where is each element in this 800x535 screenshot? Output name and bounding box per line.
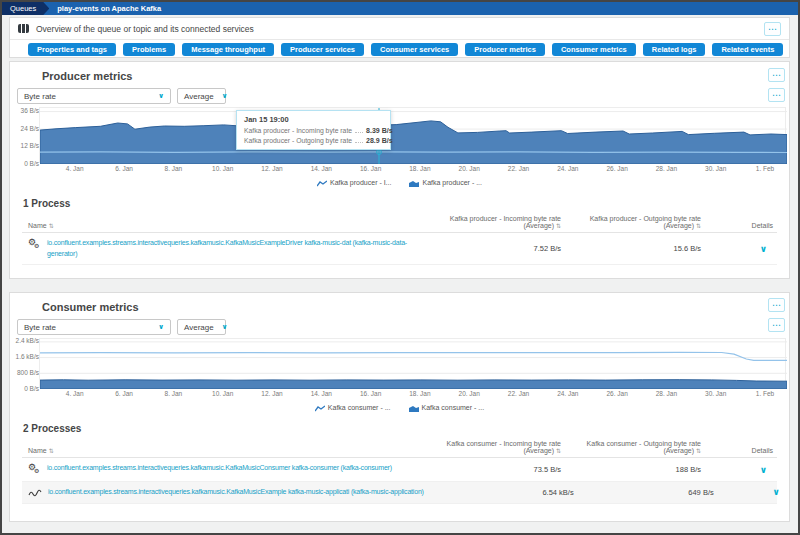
tooltip-series-label: Kafka producer - Outgoing byte rate [244,137,352,144]
area-series-icon [409,180,419,187]
process-row: ⚙⚙io.confluent.examples.streams.interact… [22,458,777,482]
x-axis-label: 26. Jan [606,390,627,397]
column-header-name[interactable]: Name ⇅ [22,222,411,229]
tooltip-timestamp: Jan 15 19:00 [244,115,383,124]
script-logo-icon [28,489,42,497]
producer-aggregation-select[interactable]: Average ∨ [177,88,226,104]
tooltip-series-value: 8.39 B/s [366,127,392,134]
column-header-incoming[interactable]: Kafka producer - Incoming byte rate (Ave… [411,215,561,229]
column-header-outgoing[interactable]: Kafka producer - Outgoing byte rate (Ave… [561,215,701,229]
nav-button-consumer-services[interactable]: Consumer services [371,43,458,56]
sort-icon: ⇅ [49,448,54,454]
producer-metric-select[interactable]: Byte rate ∨ [17,88,171,104]
producer-process-count-heading: 1 Process [23,198,789,209]
x-axis-label: 16. Jan [360,165,381,172]
outgoing-byte-rate-value: 649 B/s [574,488,714,497]
y-axis-label: 0 B/s [13,385,39,392]
consumer-aggregation-select[interactable]: Average ∨ [177,319,226,335]
gears-icon: ⚙⚙ [28,463,41,476]
legend-label: Kafka producer - ... [422,179,482,186]
producer-metrics-title: Producer metrics [10,62,789,82]
breadcrumb: Queues play-events on Apache Kafka [2,2,798,15]
x-axis-label: 24. Jan [557,165,578,172]
legend-item[interactable]: Kafka consumer - ... [315,403,391,412]
x-axis-label: 10. Jan [212,165,233,172]
x-axis-label: 28. Jan [656,390,677,397]
process-link[interactable]: io.confluent.examples.streams.interactiv… [47,238,411,259]
details-expand-chevron-icon[interactable]: ∨ [714,487,790,497]
nav-button-problems[interactable]: Problems [123,43,175,56]
nav-button-producer-metrics[interactable]: Producer metrics [465,43,545,56]
details-expand-chevron-icon[interactable]: ∨ [701,465,777,475]
quick-nav-buttons: Properties and tagsProblemsMessage throu… [10,40,789,56]
consumer-section-menu-button[interactable]: ⋯ [768,298,785,312]
producer-chart-legend: Kafka producer - I... Kafka producer - .… [10,176,789,188]
nav-button-consumer-metrics[interactable]: Consumer metrics [552,43,636,56]
producer-chart[interactable]: Jan 15 19:00 Kafka producer - Incoming b… [10,107,789,175]
y-axis-label: 800 B/s [13,369,39,376]
sort-icon: ⇅ [49,223,54,229]
incoming-byte-rate-value: 6.54 kB/s [424,488,574,497]
process-link[interactable]: io.confluent.examples.streams.interactiv… [47,463,392,474]
producer-section-menu-button[interactable]: ⋯ [768,68,785,82]
legend-label: Kafka consumer - ... [328,404,391,411]
incoming-byte-rate-value: 73.5 B/s [411,465,561,474]
producer-chart-menu-button[interactable]: ⋯ [768,88,785,102]
consumer-chart[interactable]: 2.4 kB/s1.6 kB/s800 B/s0 B/s4. Jan6. Jan… [10,338,789,400]
incoming-byte-rate-value: 7.52 B/s [411,244,561,253]
consumer-metric-select-value: Byte rate [24,323,150,332]
consumer-chart-menu-button[interactable]: ⋯ [768,318,785,332]
y-axis-label: 24 B/s [13,125,39,132]
y-axis-label: 2.4 kB/s [13,337,39,344]
producer-process-table: Name ⇅ Kafka producer - Incoming byte ra… [22,215,777,265]
tooltip-leader [355,128,363,133]
legend-label: Kafka producer - I... [330,179,391,186]
chevron-down-icon: ∨ [222,92,228,100]
column-header-details: Details [701,447,777,454]
column-header-name[interactable]: Name ⇅ [22,447,411,454]
x-axis-label: 6. Jan [115,390,133,397]
line-series-icon [317,180,327,187]
x-axis-label: 4. Jan [66,165,84,172]
consumer-metric-select[interactable]: Byte rate ∨ [17,319,171,335]
nav-button-message-throughput[interactable]: Message throughput [182,43,274,56]
outgoing-byte-rate-value: 188 B/s [561,465,701,474]
chevron-down-icon: ∨ [222,323,228,331]
nav-button-producer-services[interactable]: Producer services [281,43,364,56]
producer-metric-select-value: Byte rate [24,92,150,101]
x-axis-label: 30. Jan [705,390,726,397]
line-series-icon [315,405,325,412]
x-axis-label: 24. Jan [557,390,578,397]
page-menu-button[interactable]: ⋯ [764,22,781,36]
x-axis-label: 26. Jan [606,165,627,172]
nav-button-related-events[interactable]: Related events [712,43,783,56]
x-axis-label: 22. Jan [508,165,529,172]
x-axis-label: 4. Jan [66,390,84,397]
nav-button-related-logs[interactable]: Related logs [643,43,706,56]
process-link[interactable]: io.confluent.examples.streams.interactiv… [48,487,424,498]
chart-tooltip: Jan 15 19:00 Kafka producer - Incoming b… [236,110,391,150]
x-axis-label: 8. Jan [165,165,183,172]
legend-item[interactable]: Kafka producer - I... [317,178,391,187]
x-axis-label: 16. Jan [360,390,381,397]
consumer-metrics-card: ⋯ ⋯ Consumer metrics Byte rate ∨ Average… [9,292,790,522]
x-axis-label: 20. Jan [459,390,480,397]
nav-button-properties-and-tags[interactable]: Properties and tags [28,43,116,56]
overview-card: Overview of the queue or topic and its c… [9,17,790,58]
details-expand-chevron-icon[interactable]: ∨ [701,244,777,254]
process-row: ⚙⚙io.confluent.examples.streams.interact… [22,233,777,265]
chevron-down-icon: ∨ [158,92,164,100]
breadcrumb-queues[interactable]: Queues [2,2,49,15]
x-axis-label: 6. Jan [115,165,133,172]
consumer-metrics-title: Consumer metrics [10,293,789,313]
x-axis-label: 18. Jan [409,165,430,172]
x-axis-label: 18. Jan [409,390,430,397]
overview-description: Overview of the queue or topic and its c… [36,24,254,34]
x-axis-label: 30. Jan [705,165,726,172]
queue-icon [18,24,29,33]
column-header-incoming[interactable]: Kafka consumer - Incoming byte rate (Ave… [411,440,561,454]
legend-item[interactable]: Kafka producer - ... [409,178,482,187]
outgoing-byte-rate-value: 15.6 B/s [561,244,701,253]
legend-item[interactable]: Kafka consumer - ... [409,403,485,412]
column-header-outgoing[interactable]: Kafka consumer - Outgoing byte rate (Ave… [561,440,701,454]
